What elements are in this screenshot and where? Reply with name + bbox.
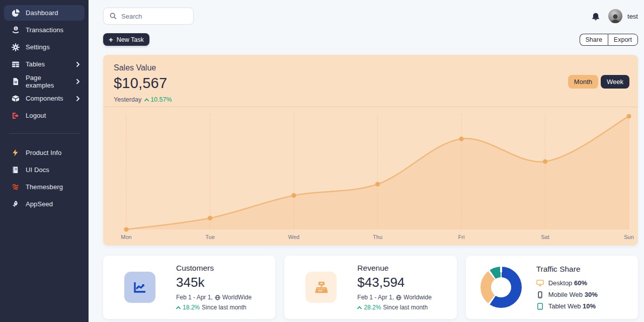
sales-card-title: Sales Value <box>114 63 626 72</box>
sales-card-subtitle: Yesterday 10.57% <box>114 96 626 103</box>
share-button[interactable]: Share <box>580 34 608 46</box>
sales-value-card: Sales Value $10,567 Yesterday 10.57% Mon… <box>103 55 638 246</box>
sidebar-item-components[interactable]: Components <box>4 91 85 106</box>
range-toggle: Month Week <box>568 75 629 89</box>
sidebar-item-product-info[interactable]: Product Info <box>4 145 85 160</box>
period-label: Yesterday <box>114 96 141 103</box>
notifications-bell-icon[interactable] <box>591 12 600 21</box>
sidebar: Dashboard $ Transactions Settings Tables… <box>0 0 89 322</box>
chart-up-icon <box>124 272 155 303</box>
username[interactable]: test <box>627 13 638 20</box>
sidebar-item-ui-docs[interactable]: UI Docs <box>4 162 85 178</box>
customers-body: Customers 345k Feb 1 - Apr 1, WorldWide … <box>176 264 275 311</box>
sales-card-header: Sales Value $10,567 Yesterday 10.57% Mon… <box>103 55 638 107</box>
main-content: test + New Task Share Export Sales Value… <box>89 0 644 319</box>
stat-title: Traffic Share <box>536 265 633 274</box>
legend-row-desktop: Desktop 60% <box>536 279 633 287</box>
globe-icon <box>215 295 220 300</box>
sidebar-item-appseed[interactable]: AppSeed <box>4 196 85 212</box>
donut-chart[interactable] <box>480 267 522 308</box>
rocket-icon <box>11 200 20 208</box>
book-icon <box>11 166 20 174</box>
sales-card-value: $10,567 <box>114 75 626 92</box>
themesberg-icon <box>11 183 20 191</box>
revenue-body: Revenue $43,594 Feb 1 - Apr 1, Worldwide… <box>357 264 456 311</box>
new-task-button[interactable]: + New Task <box>103 33 149 46</box>
stat-meta: Feb 1 - Apr 1, WorldWide <box>176 294 270 301</box>
sidebar-item-logout[interactable]: Logout <box>4 108 85 123</box>
share-export-group: Share Export <box>580 34 638 46</box>
mobile-icon <box>536 291 544 298</box>
sidebar-item-themesberg[interactable]: Themesberg <box>4 179 85 195</box>
week-toggle-button[interactable]: Week <box>601 75 629 89</box>
search-icon <box>110 13 117 20</box>
sidebar-item-page-examples[interactable]: Page examples <box>4 73 85 89</box>
stat-value: $43,594 <box>357 275 451 290</box>
box-icon <box>11 94 20 103</box>
sidebar-item-tables[interactable]: Tables <box>4 56 85 72</box>
tablet-icon <box>536 303 544 310</box>
sidebar-item-label: Transactions <box>26 26 80 34</box>
x-axis-label: Wed <box>288 234 299 240</box>
traffic-body: Traffic Share Desktop 60% Mobile Web 30%… <box>536 265 638 310</box>
traffic-share-card: Traffic Share Desktop 60% Mobile Web 30%… <box>466 256 638 319</box>
sidebar-item-label: Components <box>26 95 69 102</box>
caret-up-icon <box>357 306 362 309</box>
traffic-donut-area <box>466 267 536 308</box>
sidebar-item-label: Page examples <box>26 74 69 89</box>
sidebar-divider <box>9 133 79 134</box>
sidebar-item-transactions[interactable]: $ Transactions <box>4 22 85 38</box>
sidebar-item-dashboard[interactable]: Dashboard <box>4 5 85 21</box>
stat-cards-row: Customers 345k Feb 1 - Apr 1, WorldWide … <box>103 256 638 319</box>
bolt-icon <box>11 148 20 157</box>
sidebar-item-label: Tables <box>26 60 69 68</box>
sidebar-item-label: Themesberg <box>26 183 80 191</box>
x-axis-label: Mon <box>121 234 131 240</box>
customers-icon-area <box>103 272 176 303</box>
traffic-legend: Desktop 60% Mobile Web 30% Tablet Web 10… <box>536 279 633 310</box>
globe-icon <box>396 295 401 300</box>
stat-meta: Feb 1 - Apr 1, Worldwide <box>357 294 451 301</box>
gear-icon <box>11 43 20 51</box>
topbar: test <box>103 5 638 27</box>
x-axis-label: Fri <box>458 234 465 240</box>
revenue-card: Revenue $43,594 Feb 1 - Apr 1, Worldwide… <box>284 256 456 319</box>
cash-register-icon <box>305 272 337 303</box>
stat-delta: 28.2% Since last month <box>357 304 451 311</box>
sales-delta: 10.57% <box>144 96 172 103</box>
topbar-right: test <box>591 9 638 23</box>
sidebar-item-label: Product Info <box>26 149 80 156</box>
line-chart-svg <box>103 107 638 233</box>
stat-delta: 18.2% Since last month <box>176 304 270 311</box>
month-toggle-button[interactable]: Month <box>568 75 598 89</box>
logout-icon <box>11 111 20 120</box>
desktop-icon <box>536 280 544 286</box>
x-axis-labels: MonTueWedThuFriSatSun <box>103 233 638 245</box>
chevron-right-icon <box>75 96 80 101</box>
sidebar-item-label: Logout <box>26 112 80 119</box>
x-axis-label: Thu <box>373 234 382 240</box>
chevron-right-icon <box>75 79 80 84</box>
x-axis-label: Sun <box>624 234 634 240</box>
x-axis-label: Tue <box>205 234 215 240</box>
toolbar: + New Task Share Export <box>103 33 638 46</box>
search-input[interactable] <box>121 13 182 20</box>
caret-up-icon <box>144 98 149 102</box>
chevron-right-icon <box>75 62 80 67</box>
sidebar-item-label: Settings <box>26 43 80 51</box>
caret-up-icon <box>176 306 181 309</box>
stat-value: 345k <box>176 275 270 290</box>
customers-card: Customers 345k Feb 1 - Apr 1, WorldWide … <box>103 256 275 319</box>
search-box <box>103 8 194 25</box>
hand-cash-icon: $ <box>11 26 20 34</box>
avatar[interactable] <box>608 9 622 23</box>
sidebar-item-label: UI Docs <box>26 166 80 174</box>
document-icon <box>11 77 20 86</box>
plus-icon: + <box>109 36 113 43</box>
revenue-icon-area <box>284 272 357 303</box>
sidebar-item-settings[interactable]: Settings <box>4 39 85 55</box>
sales-line-chart[interactable]: MonTueWedThuFriSatSun <box>103 107 638 245</box>
x-axis-label: Sat <box>541 234 549 240</box>
sidebar-item-label: Dashboard <box>26 9 80 17</box>
export-button[interactable]: Export <box>608 34 638 46</box>
